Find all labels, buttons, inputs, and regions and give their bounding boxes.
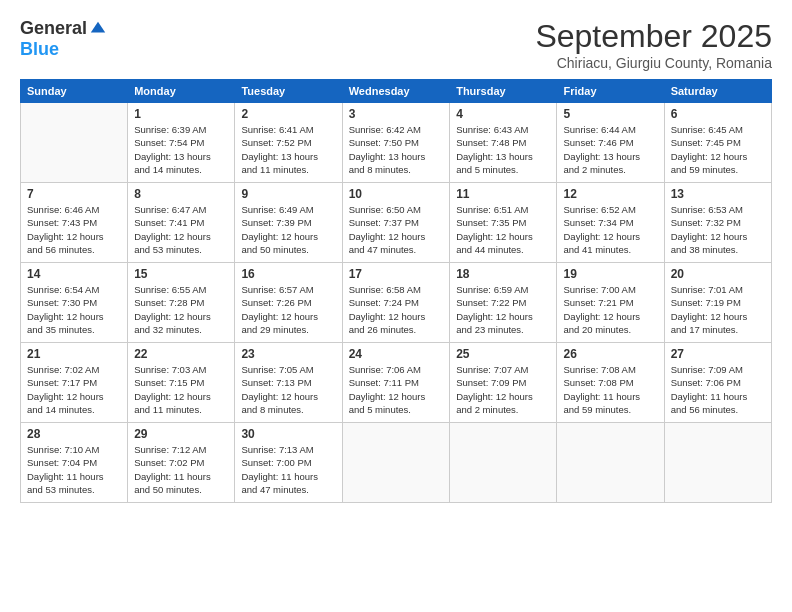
day-number: 13 [671, 187, 765, 201]
day-number: 29 [134, 427, 228, 441]
day-info: Sunrise: 6:58 AMSunset: 7:24 PMDaylight:… [349, 283, 444, 336]
day-cell-3-6: 27Sunrise: 7:09 AMSunset: 7:06 PMDayligh… [664, 343, 771, 423]
day-cell-4-5 [557, 423, 664, 503]
day-number: 26 [563, 347, 657, 361]
day-number: 3 [349, 107, 444, 121]
day-cell-0-4: 4Sunrise: 6:43 AMSunset: 7:48 PMDaylight… [450, 103, 557, 183]
logo-general: General [20, 18, 87, 39]
month-title: September 2025 [535, 18, 772, 55]
day-cell-1-1: 8Sunrise: 6:47 AMSunset: 7:41 PMDaylight… [128, 183, 235, 263]
day-info: Sunrise: 7:10 AMSunset: 7:04 PMDaylight:… [27, 443, 121, 496]
day-number: 12 [563, 187, 657, 201]
day-cell-3-5: 26Sunrise: 7:08 AMSunset: 7:08 PMDayligh… [557, 343, 664, 423]
day-cell-1-5: 12Sunrise: 6:52 AMSunset: 7:34 PMDayligh… [557, 183, 664, 263]
day-cell-3-1: 22Sunrise: 7:03 AMSunset: 7:15 PMDayligh… [128, 343, 235, 423]
day-cell-4-6 [664, 423, 771, 503]
day-cell-0-2: 2Sunrise: 6:41 AMSunset: 7:52 PMDaylight… [235, 103, 342, 183]
day-number: 8 [134, 187, 228, 201]
day-cell-0-3: 3Sunrise: 6:42 AMSunset: 7:50 PMDaylight… [342, 103, 450, 183]
day-info: Sunrise: 6:57 AMSunset: 7:26 PMDaylight:… [241, 283, 335, 336]
day-number: 7 [27, 187, 121, 201]
location: Chiriacu, Giurgiu County, Romania [535, 55, 772, 71]
day-info: Sunrise: 7:07 AMSunset: 7:09 PMDaylight:… [456, 363, 550, 416]
day-info: Sunrise: 6:41 AMSunset: 7:52 PMDaylight:… [241, 123, 335, 176]
day-number: 22 [134, 347, 228, 361]
day-number: 24 [349, 347, 444, 361]
day-info: Sunrise: 6:55 AMSunset: 7:28 PMDaylight:… [134, 283, 228, 336]
day-number: 5 [563, 107, 657, 121]
week-row-2: 7Sunrise: 6:46 AMSunset: 7:43 PMDaylight… [21, 183, 772, 263]
day-cell-0-1: 1Sunrise: 6:39 AMSunset: 7:54 PMDaylight… [128, 103, 235, 183]
day-info: Sunrise: 6:53 AMSunset: 7:32 PMDaylight:… [671, 203, 765, 256]
day-number: 6 [671, 107, 765, 121]
calendar: Sunday Monday Tuesday Wednesday Thursday… [20, 79, 772, 503]
day-info: Sunrise: 7:02 AMSunset: 7:17 PMDaylight:… [27, 363, 121, 416]
day-number: 4 [456, 107, 550, 121]
day-number: 28 [27, 427, 121, 441]
day-info: Sunrise: 6:54 AMSunset: 7:30 PMDaylight:… [27, 283, 121, 336]
day-info: Sunrise: 6:47 AMSunset: 7:41 PMDaylight:… [134, 203, 228, 256]
week-row-4: 21Sunrise: 7:02 AMSunset: 7:17 PMDayligh… [21, 343, 772, 423]
col-thursday: Thursday [450, 80, 557, 103]
day-info: Sunrise: 6:43 AMSunset: 7:48 PMDaylight:… [456, 123, 550, 176]
page-header: General Blue September 2025 Chiriacu, Gi… [20, 18, 772, 71]
day-number: 21 [27, 347, 121, 361]
day-info: Sunrise: 6:42 AMSunset: 7:50 PMDaylight:… [349, 123, 444, 176]
day-info: Sunrise: 6:44 AMSunset: 7:46 PMDaylight:… [563, 123, 657, 176]
col-wednesday: Wednesday [342, 80, 450, 103]
day-info: Sunrise: 6:50 AMSunset: 7:37 PMDaylight:… [349, 203, 444, 256]
svg-marker-0 [91, 21, 105, 32]
day-cell-4-4 [450, 423, 557, 503]
day-info: Sunrise: 6:51 AMSunset: 7:35 PMDaylight:… [456, 203, 550, 256]
day-number: 2 [241, 107, 335, 121]
day-cell-4-0: 28Sunrise: 7:10 AMSunset: 7:04 PMDayligh… [21, 423, 128, 503]
col-sunday: Sunday [21, 80, 128, 103]
day-number: 17 [349, 267, 444, 281]
day-number: 11 [456, 187, 550, 201]
col-saturday: Saturday [664, 80, 771, 103]
day-info: Sunrise: 7:03 AMSunset: 7:15 PMDaylight:… [134, 363, 228, 416]
day-info: Sunrise: 7:06 AMSunset: 7:11 PMDaylight:… [349, 363, 444, 416]
day-cell-2-2: 16Sunrise: 6:57 AMSunset: 7:26 PMDayligh… [235, 263, 342, 343]
day-cell-0-6: 6Sunrise: 6:45 AMSunset: 7:45 PMDaylight… [664, 103, 771, 183]
day-cell-4-2: 30Sunrise: 7:13 AMSunset: 7:00 PMDayligh… [235, 423, 342, 503]
day-info: Sunrise: 6:46 AMSunset: 7:43 PMDaylight:… [27, 203, 121, 256]
day-info: Sunrise: 7:01 AMSunset: 7:19 PMDaylight:… [671, 283, 765, 336]
day-info: Sunrise: 7:13 AMSunset: 7:00 PMDaylight:… [241, 443, 335, 496]
day-cell-3-0: 21Sunrise: 7:02 AMSunset: 7:17 PMDayligh… [21, 343, 128, 423]
day-info: Sunrise: 7:09 AMSunset: 7:06 PMDaylight:… [671, 363, 765, 416]
day-info: Sunrise: 6:39 AMSunset: 7:54 PMDaylight:… [134, 123, 228, 176]
day-cell-2-5: 19Sunrise: 7:00 AMSunset: 7:21 PMDayligh… [557, 263, 664, 343]
col-friday: Friday [557, 80, 664, 103]
day-number: 14 [27, 267, 121, 281]
day-info: Sunrise: 6:59 AMSunset: 7:22 PMDaylight:… [456, 283, 550, 336]
day-info: Sunrise: 6:45 AMSunset: 7:45 PMDaylight:… [671, 123, 765, 176]
day-cell-3-3: 24Sunrise: 7:06 AMSunset: 7:11 PMDayligh… [342, 343, 450, 423]
day-cell-4-1: 29Sunrise: 7:12 AMSunset: 7:02 PMDayligh… [128, 423, 235, 503]
day-number: 18 [456, 267, 550, 281]
day-info: Sunrise: 7:05 AMSunset: 7:13 PMDaylight:… [241, 363, 335, 416]
day-cell-3-4: 25Sunrise: 7:07 AMSunset: 7:09 PMDayligh… [450, 343, 557, 423]
day-cell-1-3: 10Sunrise: 6:50 AMSunset: 7:37 PMDayligh… [342, 183, 450, 263]
logo: General Blue [20, 18, 107, 60]
col-tuesday: Tuesday [235, 80, 342, 103]
day-number: 15 [134, 267, 228, 281]
calendar-header-row: Sunday Monday Tuesday Wednesday Thursday… [21, 80, 772, 103]
day-info: Sunrise: 7:08 AMSunset: 7:08 PMDaylight:… [563, 363, 657, 416]
day-cell-4-3 [342, 423, 450, 503]
day-number: 9 [241, 187, 335, 201]
day-cell-2-3: 17Sunrise: 6:58 AMSunset: 7:24 PMDayligh… [342, 263, 450, 343]
day-cell-1-4: 11Sunrise: 6:51 AMSunset: 7:35 PMDayligh… [450, 183, 557, 263]
col-monday: Monday [128, 80, 235, 103]
day-number: 1 [134, 107, 228, 121]
day-cell-2-0: 14Sunrise: 6:54 AMSunset: 7:30 PMDayligh… [21, 263, 128, 343]
day-number: 20 [671, 267, 765, 281]
logo-blue: Blue [20, 39, 59, 59]
day-number: 27 [671, 347, 765, 361]
day-cell-2-6: 20Sunrise: 7:01 AMSunset: 7:19 PMDayligh… [664, 263, 771, 343]
day-info: Sunrise: 7:12 AMSunset: 7:02 PMDaylight:… [134, 443, 228, 496]
week-row-3: 14Sunrise: 6:54 AMSunset: 7:30 PMDayligh… [21, 263, 772, 343]
week-row-1: 1Sunrise: 6:39 AMSunset: 7:54 PMDaylight… [21, 103, 772, 183]
day-cell-1-0: 7Sunrise: 6:46 AMSunset: 7:43 PMDaylight… [21, 183, 128, 263]
day-cell-2-1: 15Sunrise: 6:55 AMSunset: 7:28 PMDayligh… [128, 263, 235, 343]
